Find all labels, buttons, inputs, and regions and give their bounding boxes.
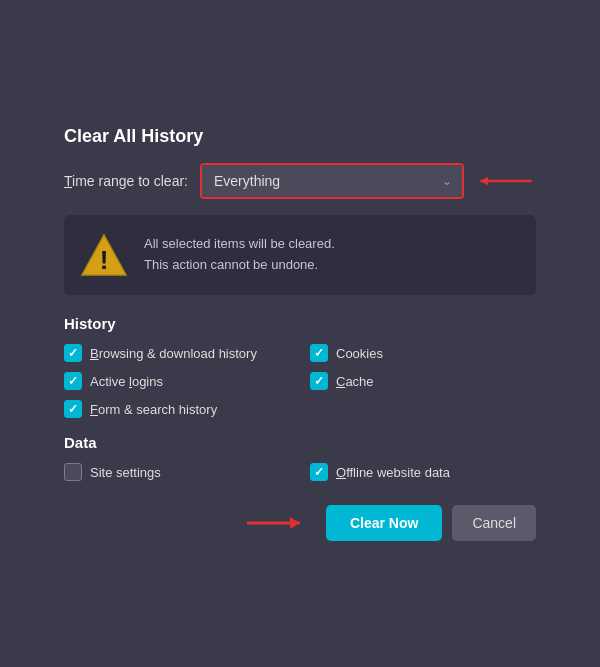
buttons-row: Clear Now Cancel [64, 505, 536, 541]
clear-now-button[interactable]: Clear Now [326, 505, 442, 541]
checkbox-offline-data-indicator: ✓ [310, 463, 328, 481]
clear-history-dialog: Clear All History Time range to clear: L… [40, 106, 560, 561]
checkbox-form[interactable]: ✓ Form & search history [64, 400, 536, 418]
checkbox-logins-indicator: ✓ [64, 372, 82, 390]
checkbox-form-indicator: ✓ [64, 400, 82, 418]
data-section-title: Data [64, 434, 536, 451]
checkbox-site-settings-label: Site settings [90, 465, 161, 480]
dialog-title: Clear All History [64, 126, 536, 147]
checkbox-browsing-label: Browsing & download history [90, 346, 257, 361]
checkbox-cookies-label: Cookies [336, 346, 383, 361]
svg-marker-1 [480, 177, 488, 186]
checkbox-cache[interactable]: ✓ Cache [310, 372, 536, 390]
checkbox-site-settings[interactable]: ✓ Site settings [64, 463, 290, 481]
cancel-button[interactable]: Cancel [452, 505, 536, 541]
data-section: Data ✓ Site settings ✓ Offline website d… [64, 434, 536, 481]
history-checkboxes: ✓ Browsing & download history ✓ Cookies … [64, 344, 536, 418]
checkbox-browsing-indicator: ✓ [64, 344, 82, 362]
time-range-dropdown[interactable]: Last Hour Last Two Hours Last Four Hours… [202, 165, 462, 197]
warning-text: All selected items will be cleared. This… [144, 234, 335, 276]
svg-marker-5 [290, 517, 300, 529]
warning-icon: ! [80, 231, 128, 279]
checkbox-cookies-indicator: ✓ [310, 344, 328, 362]
data-checkboxes: ✓ Site settings ✓ Offline website data [64, 463, 536, 481]
svg-text:!: ! [100, 245, 109, 275]
checkbox-offline-data-label: Offline website data [336, 465, 450, 480]
checkbox-form-label: Form & search history [90, 402, 217, 417]
checkbox-cache-label: Cache [336, 374, 374, 389]
checkbox-logins-label: Active logins [90, 374, 163, 389]
checkbox-cookies[interactable]: ✓ Cookies [310, 344, 536, 362]
time-range-row: Time range to clear: Last Hour Last Two … [64, 163, 536, 199]
red-arrow-icon [476, 171, 536, 191]
checkbox-offline-data[interactable]: ✓ Offline website data [310, 463, 536, 481]
checkbox-site-settings-indicator: ✓ [64, 463, 82, 481]
red-arrow-to-button-icon [242, 511, 312, 535]
checkbox-browsing[interactable]: ✓ Browsing & download history [64, 344, 290, 362]
dropdown-wrapper: Last Hour Last Two Hours Last Four Hours… [200, 163, 464, 199]
checkbox-logins[interactable]: ✓ Active logins [64, 372, 290, 390]
checkbox-cache-indicator: ✓ [310, 372, 328, 390]
warning-box: ! All selected items will be cleared. Th… [64, 215, 536, 295]
time-range-label: Time range to clear: [64, 173, 188, 189]
history-section-title: History [64, 315, 536, 332]
